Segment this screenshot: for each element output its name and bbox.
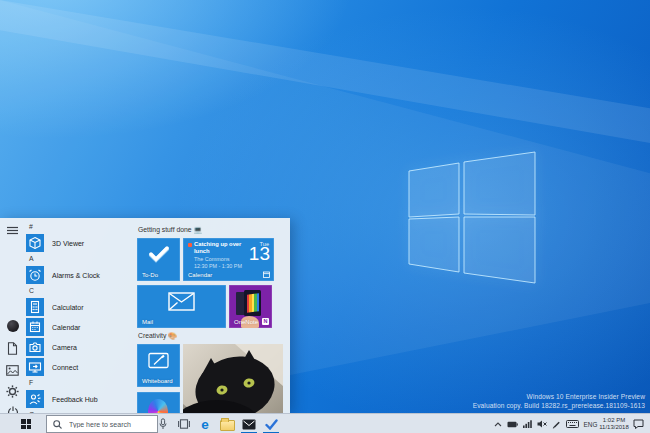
battery-status[interactable]: [506, 414, 519, 433]
pen-icon: [552, 420, 561, 429]
language-label: ENG: [584, 421, 598, 428]
tile-calendar[interactable]: Catching up over lunch The Commons 12:30…: [183, 238, 274, 281]
start-button[interactable]: [18, 414, 34, 433]
camera-icon: [26, 338, 44, 356]
expand-menu-button[interactable]: [4, 222, 21, 239]
mail-button[interactable]: [240, 414, 258, 433]
app-item-3d-viewer[interactable]: 3D Viewer: [26, 233, 134, 253]
app-item-calculator[interactable]: Calculator: [26, 297, 134, 317]
app-list: # 3D Viewer A Alarms & Clock C Calculato…: [26, 221, 134, 413]
battery-icon: [507, 421, 518, 428]
tile-photos[interactable]: [183, 344, 283, 413]
watermark-line1: Windows 10 Enterprise Insider Preview: [473, 393, 645, 402]
todo-button[interactable]: [262, 414, 280, 433]
calendar-icon: [26, 318, 44, 336]
cortana-mic-button[interactable]: [155, 414, 171, 433]
taskbar-search[interactable]: [46, 415, 158, 433]
search-icon: [53, 420, 62, 429]
whiteboard-icon: [137, 344, 180, 377]
pictures-icon: [6, 365, 19, 376]
power-icon: [7, 406, 19, 414]
app-item-camera[interactable]: Camera: [26, 337, 134, 357]
section-header[interactable]: A: [26, 253, 134, 265]
calendar-mini-icon: [263, 271, 270, 278]
tile-paint3d[interactable]: [137, 392, 180, 413]
action-center-button[interactable]: [630, 414, 646, 433]
app-item-feedback-hub[interactable]: Feedback Hub: [26, 389, 134, 409]
event-icon: [188, 243, 192, 247]
hidden-icons-button[interactable]: [492, 414, 504, 433]
app-item-connect[interactable]: Connect: [26, 357, 134, 377]
language-indicator[interactable]: ENG: [582, 414, 599, 433]
tile-onenote[interactable]: OneNote N: [229, 285, 272, 328]
insider-watermark: Windows 10 Enterprise Insider Preview Ev…: [473, 393, 645, 410]
chevron-up-icon: [494, 422, 502, 427]
app-item-calendar[interactable]: Calendar: [26, 317, 134, 337]
edge-button[interactable]: e: [196, 414, 214, 433]
task-view-button[interactable]: [175, 414, 193, 433]
user-avatar-icon: [7, 320, 19, 332]
feedback-hub-icon: [26, 390, 44, 408]
time-label: 1:02 PM: [603, 417, 625, 424]
todo-check-icon: [265, 419, 278, 430]
touch-keyboard-button[interactable]: [564, 414, 580, 433]
start-menu-rail: [0, 218, 25, 413]
watermark-line2: Evaluation copy. Build 18282.rs_prerelea…: [473, 402, 645, 411]
network-status[interactable]: [521, 414, 534, 433]
documents-button[interactable]: [4, 340, 21, 357]
alarm-clock-icon: [26, 266, 44, 284]
start-menu: # 3D Viewer A Alarms & Clock C Calculato…: [0, 218, 290, 413]
volume-muted-icon: [537, 420, 548, 428]
paint3d-balloon-icon: [148, 399, 168, 413]
windows-desktop-screen: Windows 10 Enterprise Insider Preview Ev…: [0, 0, 650, 433]
gear-icon: [6, 385, 19, 398]
search-input[interactable]: [67, 420, 157, 429]
tile-mail[interactable]: Mail: [137, 285, 226, 328]
calculator-icon: [26, 298, 44, 316]
app-label: Alarms & Clock: [52, 272, 100, 279]
tile-label: OneNote: [234, 319, 258, 325]
app-label: Camera: [52, 344, 77, 351]
tile-label: Mail: [142, 319, 153, 325]
app-label: 3D Viewer: [52, 240, 84, 247]
mail-envelope-icon: [137, 285, 226, 318]
pen-settings[interactable]: [550, 414, 563, 433]
pictures-button[interactable]: [4, 362, 21, 379]
app-label: Calendar: [52, 324, 80, 331]
app-label: Calculator: [52, 304, 84, 311]
date-label: 11/13/2018: [599, 424, 629, 431]
taskbar: e ENG: [0, 413, 650, 433]
app-label: Connect: [52, 364, 78, 371]
connect-icon: [26, 358, 44, 376]
calendar-event-time: 12:30 PM - 1:30 PM: [194, 263, 242, 269]
power-button[interactable]: [4, 403, 21, 413]
volume-status[interactable]: [535, 414, 549, 433]
tile-whiteboard[interactable]: Whiteboard: [137, 344, 180, 387]
clock[interactable]: 1:02 PM 11/13/2018: [601, 414, 627, 433]
app-item-alarms-clock[interactable]: Alarms & Clock: [26, 265, 134, 285]
settings-button[interactable]: [4, 383, 21, 400]
section-header[interactable]: C: [26, 285, 134, 297]
edge-icon: e: [201, 418, 209, 431]
action-center-icon: [633, 419, 644, 429]
file-explorer-button[interactable]: [218, 414, 236, 433]
microphone-icon: [159, 418, 167, 430]
tile-group-title: Getting stuff done 💻: [138, 226, 202, 234]
tile-label: Calendar: [188, 272, 212, 278]
tile-label: Whiteboard: [142, 378, 173, 384]
section-header[interactable]: F: [26, 377, 134, 389]
todo-check-icon: [137, 238, 180, 271]
windows-start-icon: [21, 419, 31, 429]
mail-icon: [242, 419, 256, 430]
keyboard-icon: [566, 420, 579, 428]
network-signal-icon: [523, 420, 532, 428]
task-view-icon: [178, 419, 190, 429]
file-explorer-icon: [220, 420, 235, 431]
onenote-mini-icon: N: [262, 318, 269, 325]
tile-todo[interactable]: To-Do: [137, 238, 180, 281]
3d-viewer-icon: [26, 234, 44, 252]
calendar-event-location: The Commons: [194, 256, 229, 262]
user-account-button[interactable]: [4, 317, 21, 334]
windows-logo-wallpaper: [405, 148, 539, 288]
section-header[interactable]: #: [26, 221, 134, 233]
